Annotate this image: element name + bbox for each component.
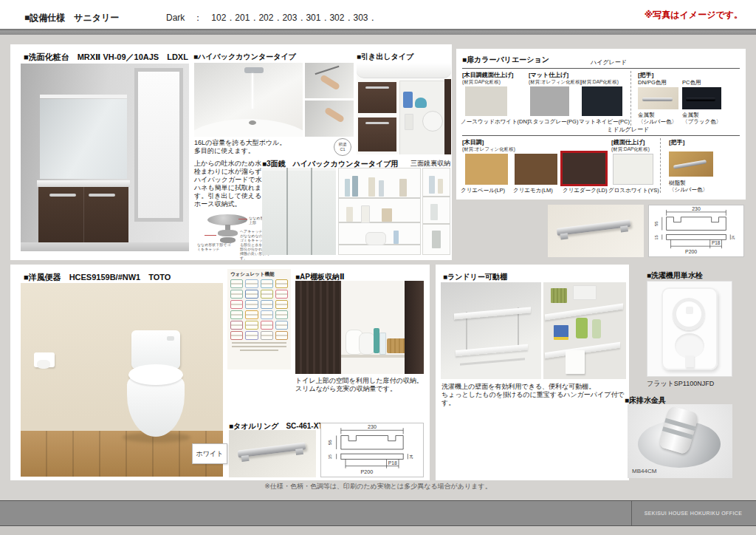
under-sink-storage-shape — [399, 81, 445, 154]
hand-shape — [320, 74, 341, 90]
swatch-north-wood-white — [465, 86, 507, 116]
ap-caption-line2: スリムながら充実の収納量です。 — [295, 385, 423, 393]
toilet-section: ■洋風便器 HCES9159B/#NW1 TOTO ウォシュレット機能 ■AP棚… — [10, 265, 430, 480]
material-label: (材質:オレフィン化粧板) — [529, 79, 582, 86]
svg-text:230: 230 — [368, 423, 377, 430]
counter-shape — [37, 180, 130, 187]
washlet-footnote-line — [232, 342, 286, 344]
swatch-name: クリエダーク(LD) — [563, 187, 607, 194]
svg-text:P200: P200 — [685, 249, 697, 254]
washlet-feature-chip — [275, 310, 288, 319]
cabinet-split — [83, 187, 84, 245]
material-label: (材質:DAP化粧板) — [611, 146, 650, 153]
swatch-crea-mocha — [515, 154, 557, 185]
spray-bottle-shape — [374, 328, 379, 353]
light-bar-shape — [40, 95, 127, 98]
open-door-shape — [444, 79, 451, 154]
cabinet-shape — [38, 187, 128, 245]
finish-label: [鏡面仕上げ] — [611, 138, 645, 146]
bottom-bar: SEKISUI HOUSE HOKURIKU OFFICE — [0, 500, 756, 526]
door-color-section: ■扉カラーバリエーション ハイグレード [木目調鏡面仕上げ] (材質:DAP化粧… — [456, 49, 746, 200]
faucet-model: フラットSP1100NJFD — [647, 380, 714, 388]
laundry-faucet-photo — [647, 281, 732, 377]
pointer-line — [205, 235, 216, 236]
ap-shelf-photo — [295, 281, 424, 374]
vanity-photo-illustration — [21, 64, 189, 251]
material-label: (材質:オレフィン化粧板) — [462, 146, 515, 153]
svg-text:55: 55 — [327, 440, 332, 445]
bowl-caption: 16Lの容量を誇る大型ボウル。 多目的に使えます。 — [194, 139, 286, 155]
water-stream-shape — [252, 73, 253, 109]
basin-shape — [422, 111, 443, 132]
stopper-label-bottom: ななめ形状下部でゴミをキャッチ — [197, 242, 231, 251]
bottle-shape — [379, 333, 386, 355]
selected-swatch-frame — [560, 151, 608, 186]
mirror-top-trim — [262, 168, 336, 171]
shelf-board-shape — [454, 307, 531, 319]
wipe-guard-photo — [305, 100, 354, 137]
office-name: SEKISUI HOUSE HOKURIKU OFFICE — [632, 511, 755, 516]
washbasin-title: ■洗面化粧台 MRXⅡ VH-09／10AJS LDXL — [24, 52, 188, 63]
bowl-caption-line2: 多目的に使えます。 — [194, 147, 286, 155]
bottle-shape — [345, 179, 350, 197]
detergent-box-shape — [554, 325, 568, 340]
washlet-feature-chip — [261, 310, 273, 319]
shelf-line — [339, 197, 420, 199]
washlet-feature-chip — [230, 310, 243, 319]
mirror-divider — [286, 168, 288, 255]
material-label: (材質:DAP化粧板) — [580, 79, 619, 86]
paper-roll-shape — [359, 333, 375, 355]
bottle-shape — [346, 207, 353, 222]
stopper-top-shape — [207, 214, 247, 225]
counter-shape — [357, 63, 451, 78]
bottle-shape — [394, 231, 399, 244]
svg-text:24: 24 — [732, 235, 735, 239]
handle-bar-shape — [642, 98, 673, 101]
drawer-handle-shape — [365, 122, 389, 124]
laundry-shelf-photo-close — [543, 282, 626, 379]
svg-text:15: 15 — [328, 454, 332, 459]
basket-shape — [551, 288, 567, 303]
washlet-feature-chip — [230, 331, 243, 340]
jar-shape — [382, 208, 392, 222]
mirror-back-label: 三面鏡裏収納 — [369, 160, 450, 168]
toilet-tank-shape — [131, 330, 180, 369]
swatch-name: クリエモカ(LM) — [513, 187, 553, 194]
faucet-spout-shape — [685, 355, 694, 367]
resin-handle-photo — [669, 151, 713, 177]
washlet-feature-chip — [261, 290, 273, 299]
washlet-feature-chip — [230, 300, 243, 309]
handle-use-label: DN/PG色用 — [638, 79, 667, 86]
hose-pullout-photo — [305, 63, 354, 98]
svg-text:230: 230 — [692, 206, 701, 211]
hand-shape — [324, 106, 346, 123]
photo-disclaimer: ※写真はイメージです。 — [645, 9, 743, 21]
washlet-footnote-line — [232, 346, 286, 347]
bottle-shape — [379, 180, 384, 197]
detergent-bottle-shape — [576, 318, 588, 338]
shelf-board-shape — [341, 355, 405, 358]
highback-feature-text: 上からの吐水のため水栓まわりに水が溜らずハイバックガードで水ハネも簡単に拭取れま… — [194, 160, 265, 208]
faucet-knob-shape — [673, 298, 705, 330]
washlet-feature-chip — [261, 279, 273, 288]
towel-shape — [566, 350, 585, 374]
washlet-feature-chip — [261, 331, 273, 340]
bottle-shape — [352, 176, 358, 197]
svg-text:P18: P18 — [388, 460, 397, 466]
handle-head: [把手] — [638, 71, 653, 79]
towel-bar-photo — [548, 205, 644, 257]
box-shape — [573, 285, 597, 300]
bottle-shape — [399, 179, 407, 197]
bottom-strip — [0, 526, 756, 535]
stopper-cone-shape — [218, 230, 238, 236]
shelf-line — [423, 223, 450, 225]
drain-stopper-diagram: ななめ形状上部 ヘアキャッチャーがななめなので、ゴミをキャッチする部分と水を通す… — [197, 213, 271, 251]
towel-ring-dimension-diagram: 230 55 15 P200 P18 24 — [320, 423, 424, 477]
washlet-feature-chip — [245, 321, 258, 330]
towel-bar-dimension-diagram: 230 55 15 P200 P18 24 — [648, 205, 744, 257]
bottle-shape — [592, 319, 601, 338]
open-door-shape — [405, 281, 424, 374]
plan-room-numbers: Dark ： 102．201．202．203．301．302．303． — [166, 12, 377, 24]
washlet-feature-chip — [261, 321, 273, 330]
washlet-feature-chip — [245, 290, 258, 299]
